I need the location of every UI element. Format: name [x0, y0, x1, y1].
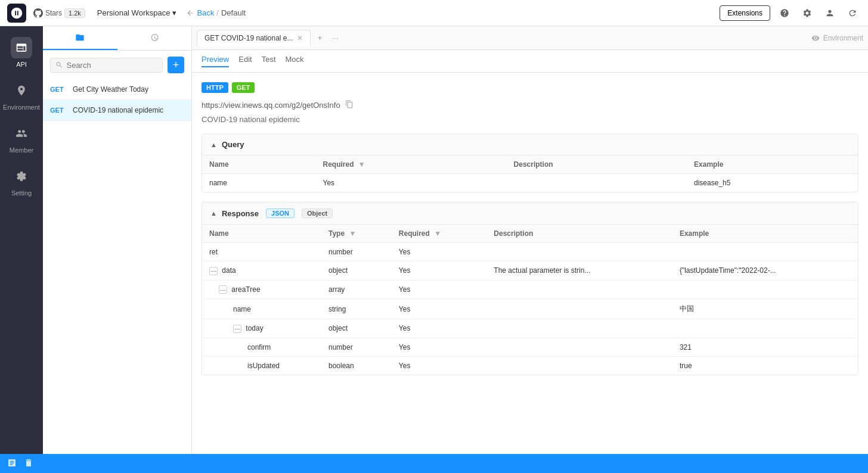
topbar-right: Extensions [720, 5, 861, 21]
resp-col-name: Name [202, 225, 321, 243]
query-col-name: Name [202, 155, 315, 174]
nav-back[interactable]: Back [197, 8, 214, 17]
resp-desc-isupdated [486, 356, 672, 375]
response-toggle-icon[interactable]: ▲ [210, 210, 217, 217]
left-panel-tabs [43, 26, 191, 51]
resp-name-isupdated: isUpdated [202, 356, 321, 375]
query-row-name: name Yes disease_h5 [202, 174, 858, 192]
resp-row-confirm: confirm number Yes 321 [202, 338, 858, 356]
api-item-covid[interactable]: GET COVID-19 national epidemic [43, 100, 191, 121]
resp-type-name: string [321, 299, 392, 319]
areatree-collapse-btn[interactable]: — [219, 285, 227, 294]
resp-name-name: name [202, 299, 321, 319]
resp-name-confirm: confirm [202, 338, 321, 356]
resp-ex-isupdated: true [672, 356, 858, 375]
resp-name-ret: ret [202, 243, 321, 262]
resp-desc-today [486, 319, 672, 338]
github-label: Stars [45, 9, 62, 17]
resp-col-type: Type ▼ [321, 225, 392, 243]
data-collapse-btn[interactable]: — [209, 267, 218, 275]
sub-tab-edit[interactable]: Edit [238, 55, 252, 67]
resp-desc-ret [486, 243, 672, 262]
bottom-icon-trash[interactable] [24, 458, 33, 469]
resp-type-confirm: number [321, 338, 392, 356]
query-toggle-icon[interactable]: ▲ [210, 141, 217, 148]
query-param-name: name [202, 174, 315, 192]
resp-req-isupdated: Yes [392, 356, 487, 375]
extensions-button[interactable]: Extensions [720, 5, 770, 21]
resp-required-filter-icon[interactable]: ▼ [434, 229, 441, 238]
http-badge: HTTP [202, 82, 228, 93]
method-badge-get: GET [50, 86, 68, 93]
query-param-example: disease_h5 [687, 174, 858, 192]
sidebar-api-label: API [16, 61, 27, 68]
resp-name-today: — today [202, 319, 321, 338]
sidebar-item-member[interactable]: Member [0, 117, 43, 160]
response-section: ▲ Response JSON Object Name Type ▼ [202, 202, 858, 375]
resp-name-data: — data [202, 262, 321, 281]
api-item-weather[interactable]: GET Get City Weather Today [43, 79, 191, 100]
add-api-button[interactable]: + [168, 57, 184, 73]
bottom-icon-left[interactable] [7, 458, 17, 469]
bottom-bar [0, 454, 868, 473]
method-badge-get-covid: GET [50, 107, 68, 114]
sidebar-item-setting[interactable]: Setting [0, 160, 43, 203]
tab-add-button[interactable]: + [313, 31, 327, 45]
tab-bar: GET COVID-19 national e... ✕ + ··· Envir… [192, 26, 868, 50]
sidebar-item-api[interactable]: API [0, 31, 43, 74]
sidebar-item-environment[interactable]: Environment [0, 74, 43, 117]
sidebar-setting-label: Setting [11, 189, 32, 197]
search-input[interactable] [66, 61, 157, 70]
search-icon [55, 61, 63, 69]
resp-ex-confirm: 321 [672, 338, 858, 356]
github-stars[interactable]: Stars 1.2k [33, 8, 85, 18]
resp-desc-data: The actual parameter is strin... [486, 262, 672, 281]
resp-req-ret: Yes [392, 243, 487, 262]
refresh-icon[interactable] [844, 5, 861, 21]
active-tab[interactable]: GET COVID-19 national e... ✕ [197, 30, 311, 46]
today-collapse-btn[interactable]: — [233, 325, 241, 333]
resp-req-confirm: Yes [392, 338, 487, 356]
sub-tab-preview[interactable]: Preview [202, 55, 229, 67]
resp-ex-name: 中国 [672, 299, 858, 319]
query-col-description: Description [507, 155, 687, 174]
resp-req-today: Yes [392, 319, 487, 338]
query-table: Name Required ▼ Description Example name [202, 155, 858, 192]
query-col-required: Required ▼ [315, 155, 506, 174]
account-icon[interactable] [822, 5, 838, 21]
resp-tag-object[interactable]: Object [302, 209, 333, 218]
required-filter-icon[interactable]: ▼ [358, 160, 365, 169]
left-tab-history[interactable] [117, 26, 192, 50]
resp-col-required: Required ▼ [392, 225, 487, 243]
resp-tag-json[interactable]: JSON [266, 209, 294, 218]
settings-icon[interactable] [799, 5, 816, 21]
resp-row-name-field: name string Yes 中国 [202, 299, 858, 319]
resp-row-today: — today object Yes [202, 319, 858, 338]
copy-icon[interactable] [345, 100, 354, 110]
resp-type-isupdated: boolean [321, 356, 392, 375]
nav-separator: / [216, 8, 219, 17]
tab-more-button[interactable]: ··· [332, 33, 339, 42]
resp-type-data: object [321, 262, 392, 281]
workspace-selector[interactable]: Persional Workspace ▾ [97, 8, 177, 17]
response-section-title: Response [222, 209, 259, 218]
query-section-header: ▲ Query [202, 134, 858, 155]
tab-close-icon[interactable]: ✕ [297, 34, 303, 42]
resp-desc-areatree [486, 280, 672, 299]
sub-tab-mock[interactable]: Mock [286, 55, 304, 67]
search-input-wrap[interactable] [50, 58, 163, 73]
query-section: ▲ Query Name Required ▼ Description Exam… [202, 133, 858, 192]
resp-row-data: — data object Yes The actual parameter i… [202, 262, 858, 281]
resp-type-areatree: array [321, 280, 392, 299]
left-tab-folder[interactable] [43, 26, 117, 50]
type-filter-icon[interactable]: ▼ [349, 229, 356, 238]
resp-row-areatree: — areaTree array Yes [202, 280, 858, 299]
response-table: Name Type ▼ Required ▼ Description Examp… [202, 225, 858, 375]
get-badge: GET [232, 82, 255, 93]
environment-selector[interactable]: Environment [811, 34, 863, 42]
left-panel-toolbar: + [43, 51, 191, 79]
sidebar-env-label: Environment [3, 104, 40, 111]
help-icon[interactable] [776, 5, 793, 21]
resp-req-data: Yes [392, 262, 487, 281]
sub-tab-test[interactable]: Test [262, 55, 276, 67]
